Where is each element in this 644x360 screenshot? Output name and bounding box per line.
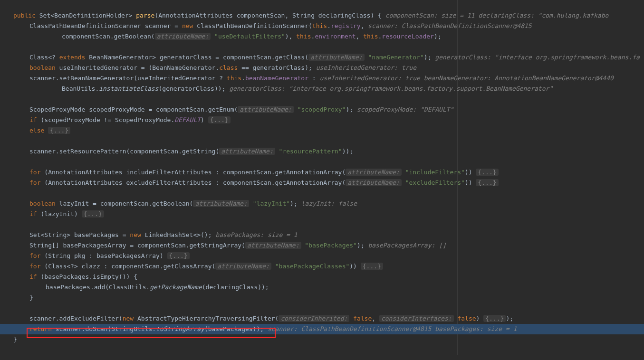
fold-marker[interactable]: {...}: [167, 252, 190, 259]
code: Set<String> basePackages =: [29, 231, 130, 238]
code-line[interactable]: for (String pkg : basePackagesArray) {..…: [0, 251, 644, 261]
keyword: for: [29, 263, 40, 270]
constant: DEFAULT: [174, 116, 201, 123]
code: lazyInit = componentScan.getBoolean(: [56, 200, 193, 207]
code-line[interactable]: scanner.setBeanNameGenerator(useInherite…: [0, 73, 644, 84]
string: "includeFilters": [405, 169, 465, 176]
code-line[interactable]: for (AnnotationAttributes excludeFilterA…: [0, 178, 644, 188]
code-line[interactable]: [0, 94, 644, 104]
fold-marker[interactable]: {...}: [483, 315, 506, 322]
keyword: this: [296, 33, 311, 40]
code: ScopedProxyMode scopedProxyMode = compon…: [29, 106, 238, 113]
code: (String pkg : basePackagesArray): [40, 252, 167, 259]
code-line[interactable]: [0, 345, 644, 355]
code: (generatorClass));: [159, 85, 226, 92]
keyword: boolean: [29, 200, 56, 207]
code-line[interactable]: [0, 188, 644, 199]
inline-hint: basePackagesArray: []: [368, 242, 446, 249]
code-line[interactable]: public Set<BeanDefinitionHolder> parse(A…: [0, 10, 644, 21]
code: AbstractTypeHierarchyTraversingFilter(: [137, 315, 279, 322]
inline-hint: generatorClass: "interface org.springfra…: [435, 54, 639, 61]
dot: .: [241, 75, 245, 82]
code-line[interactable]: componentScan.getBoolean(attributeName: …: [0, 31, 644, 42]
code: (Class<?> clazz : componentScan.getClass…: [40, 263, 215, 270]
code-line[interactable]: ScopedProxyMode scopedProxyMode = compon…: [0, 104, 644, 115]
inline-hint: declaringClass: "com.hulang.kafkabo: [478, 12, 608, 19]
code: BeanNameGenerator> generatorClass = comp…: [89, 54, 308, 61]
code-line[interactable]: if (scopedProxyMode != ScopedProxyMode.D…: [0, 115, 644, 125]
inline-hint: componentScan: size = 11: [385, 12, 475, 19]
code: scanner.setBeanNameGenerator(useInherite…: [29, 75, 227, 82]
code: == generatorClass);: [238, 64, 312, 71]
code-line[interactable]: for (Class<?> clazz : componentScan.getC…: [0, 261, 644, 272]
param-hint: attributeName:: [308, 54, 365, 61]
code-line[interactable]: scanner.addExcludeFilter(new AbstractTyp…: [0, 313, 644, 324]
code: (scopedProxyMode != ScopedProxyMode.: [37, 116, 175, 123]
keyword: this: [312, 22, 327, 29]
code-line[interactable]: Set<String> basePackages = new LinkedHas…: [0, 230, 644, 240]
code-editor[interactable]: public Set<BeanDefinitionHolder> parse(A…: [0, 0, 644, 355]
fold-marker[interactable]: {...}: [476, 179, 498, 186]
static-call: toStringArray: [156, 325, 204, 332]
keyword: else: [29, 127, 44, 134]
code: LinkedHashSet<>();: [145, 231, 212, 238]
code-line[interactable]: String[] basePackagesArray = componentSc…: [0, 240, 644, 251]
code-line[interactable]: }: [0, 293, 644, 303]
static-call: instantiateClass: [99, 85, 158, 92]
code-line[interactable]: [0, 219, 644, 230]
param-hint: attributeName:: [238, 106, 294, 113]
string: "scopedProxy": [298, 106, 346, 113]
keyword: false: [353, 315, 372, 322]
keyword: public: [13, 12, 36, 19]
string: "nameGenerator": [368, 54, 423, 61]
param-hint: considerInterfaces:: [379, 315, 454, 322]
fold-marker[interactable]: {...}: [208, 116, 231, 123]
code-line[interactable]: [0, 0, 644, 10]
code: String[] basePackagesArray = componentSc…: [29, 242, 245, 249]
param-hint: attributeName:: [346, 179, 402, 186]
keyword: for: [29, 169, 40, 176]
code-line[interactable]: ClassPathBeanDefinitionScanner scanner =…: [0, 21, 644, 31]
code-line[interactable]: [0, 136, 644, 146]
code-line[interactable]: [0, 303, 644, 313]
inline-hint: beanNameGenerator: AnnotationBeanNameGen…: [424, 75, 614, 82]
param: componentScan: [237, 12, 285, 19]
code: useInheritedGenerator = (BeanNameGenerat…: [56, 64, 219, 71]
brace: }: [29, 294, 33, 301]
code-line[interactable]: [0, 157, 644, 167]
fold-marker[interactable]: {...}: [361, 263, 383, 270]
code: (basePackages));: [204, 325, 264, 332]
code-line[interactable]: if (lazyInit) {...}: [0, 209, 644, 219]
code-line[interactable]: }: [0, 334, 644, 345]
code-line[interactable]: [0, 42, 644, 52]
code-line[interactable]: for (AnnotationAttributes includeFilterA…: [0, 167, 644, 178]
keyword: boolean: [29, 64, 56, 71]
param-type: AnnotationAttributes: [158, 12, 233, 19]
inline-hint: generatorClass: "interface org.springfra…: [229, 85, 553, 92]
code: scanner.addExcludeFilter(: [29, 315, 123, 322]
param-hint: attributeName:: [155, 33, 211, 40]
code: (AnnotationAttributes includeFilterAttri…: [40, 169, 346, 176]
inline-hint: useInheritedGenerator: true: [320, 75, 420, 82]
field: environment: [315, 33, 356, 40]
brace: }: [13, 336, 17, 343]
code-line[interactable]: else {...}: [0, 125, 644, 136]
fold-marker[interactable]: {...}: [48, 127, 70, 134]
code-line[interactable]: basePackages.add(ClassUtils.getPackageNa…: [0, 282, 644, 293]
code-line-highlighted[interactable]: return scanner.doScan(StringUtils.toStri…: [0, 324, 644, 334]
param-hint: attributeName:: [346, 169, 402, 176]
code: BeanUtils.: [62, 85, 99, 92]
keyword: class: [219, 64, 238, 71]
keyword: new: [123, 315, 134, 322]
code: (basePackages.isEmpty()) {: [37, 273, 137, 280]
fold-marker[interactable]: {...}: [82, 210, 104, 218]
fold-marker[interactable]: {...}: [476, 169, 498, 176]
code-line[interactable]: scanner.setResourcePattern(componentScan…: [0, 146, 644, 157]
field: registry: [331, 22, 361, 29]
code-line[interactable]: BeanUtils.instantiateClass(generatorClas…: [0, 84, 644, 94]
code-line[interactable]: Class<? extends BeanNameGenerator> gener…: [0, 52, 644, 63]
code: (declaringClass));: [202, 284, 269, 291]
code-line[interactable]: if (basePackages.isEmpty()) {: [0, 272, 644, 282]
code-line[interactable]: boolean useInheritedGenerator = (BeanNam…: [0, 63, 644, 73]
code-line[interactable]: boolean lazyInit = componentScan.getBool…: [0, 199, 644, 209]
